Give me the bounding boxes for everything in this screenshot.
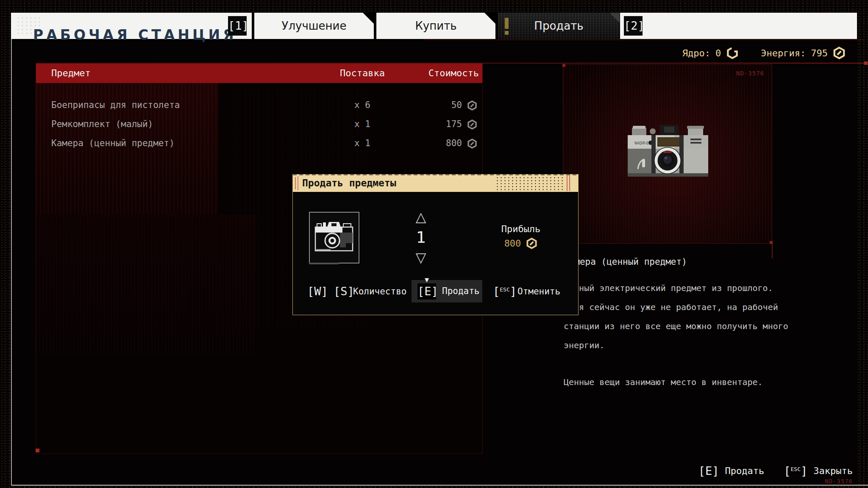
keycap-1: [1]	[228, 16, 247, 36]
workstation-screen: РАБОЧАЯ СТАНЦИЯ [1] Улучшение Купить Про…	[0, 0, 868, 488]
quantity-keys-label: Количество	[353, 281, 406, 302]
glitch-line	[295, 177, 296, 189]
modal-header: Продать предметы	[293, 175, 578, 192]
item-cost-cell: 800	[446, 134, 462, 153]
key-hint-esc: [ESC]	[784, 464, 807, 477]
table-row[interactable]: Боеприпасы для пистолетаx 650	[36, 96, 482, 115]
profit-value: 800	[504, 238, 521, 249]
item-title: Камера (ценный предмет)	[564, 257, 687, 267]
corner-accent	[770, 241, 773, 244]
serial-label: ND-3576	[736, 70, 764, 77]
core-value: 0	[715, 48, 721, 58]
energy-hexagon-icon	[467, 119, 477, 130]
title-block: РАБОЧАЯ СТАНЦИЯ [1]	[11, 13, 252, 39]
screen-footer: [E] Продать [ESC] Закрыть	[698, 463, 853, 479]
key-hint-s: [S]	[334, 281, 354, 302]
item-supply-cell: x 6	[324, 96, 401, 115]
column-supply: Поставка	[324, 64, 401, 83]
punchcard-decoration	[495, 176, 563, 190]
key-hint-e: [E]	[698, 464, 719, 477]
energy-hexagon-icon	[526, 238, 537, 249]
keycap-2: [2]	[624, 16, 643, 36]
core-hexagon-icon	[726, 47, 739, 59]
footer-close-button[interactable]: Закрыть	[813, 466, 853, 476]
top-bar: РАБОЧАЯ СТАНЦИЯ [1] Улучшение Купить Про…	[11, 13, 857, 39]
quantity-decrease-button[interactable]: ▽	[409, 250, 433, 265]
item-cost-cell: 175	[446, 115, 462, 134]
table-row[interactable]: Ремкомплект (малый)x 1175	[36, 115, 482, 134]
tab-upgrade[interactable]: Улучшение	[254, 13, 374, 39]
key-hint-e: [E]	[417, 283, 436, 299]
key-hint-esc: [ESC]	[493, 281, 517, 302]
bottom-frame-line	[11, 485, 868, 486]
tab-buy[interactable]: Купить	[376, 13, 495, 39]
column-cost: Стоимость	[428, 64, 479, 83]
modal-title: Продать предметы	[302, 175, 396, 192]
energy-value: 795	[811, 48, 828, 58]
camera-thumbnail-icon	[314, 221, 354, 253]
tab-sell-label: Продать	[534, 19, 583, 32]
alert-exclamation-icon	[505, 18, 509, 34]
footer-sell-button[interactable]: Продать	[725, 466, 765, 476]
topbar-right-segment	[620, 13, 857, 39]
glitch-line	[567, 175, 571, 191]
energy-hexagon-icon	[467, 139, 477, 149]
profit-block: Прибыль 800	[483, 224, 559, 249]
camera-item-image: NADIR-E	[623, 123, 712, 183]
item-supply-cell: x 1	[324, 134, 401, 153]
column-item: Предмет	[51, 64, 91, 83]
modal-sell-label: Продать	[442, 280, 480, 302]
item-note: Ценные вещи занимают место в инвентаре.	[564, 377, 763, 387]
profit-label: Прибыль	[483, 224, 559, 234]
panel-texture	[36, 214, 256, 354]
item-name-cell: Боеприпасы для пистолета	[51, 96, 180, 115]
item-preview-panel: ND-3576 NADIR-E	[563, 64, 772, 244]
table-row[interactable]: Камера (ценный предмет)x 1800	[36, 134, 482, 153]
cancel-button[interactable]: Отменить	[517, 281, 560, 302]
modal-sell-button[interactable]: ▼ [E] Продать	[412, 280, 482, 302]
selection-marker-icon: ▼	[423, 277, 431, 283]
item-name-cell: Ремкомплект (малый)	[51, 115, 153, 134]
item-supply-cell: x 1	[324, 115, 401, 134]
table-rows: Боеприпасы для пистолетаx 650 Ремкомплек…	[36, 96, 482, 153]
core-label: Ядро:	[682, 48, 710, 58]
key-hint-w: [W]	[307, 281, 328, 302]
item-thumbnail-box	[309, 212, 359, 263]
svg-text:NADIR-E: NADIR-E	[634, 141, 648, 145]
corner-accent	[562, 64, 565, 67]
currency-row: Ядро: 0 Энергия: 795	[682, 46, 846, 60]
item-name-cell: Камера (ценный предмет)	[51, 134, 175, 153]
corner-accent	[36, 449, 39, 452]
sell-modal: Продать предметы △ 1 ▽	[292, 174, 579, 315]
tab-sell[interactable]: Продать	[498, 13, 620, 39]
left-frame-line	[11, 39, 12, 485]
energy-label: Энергия:	[761, 48, 806, 58]
quantity-value: 1	[409, 225, 433, 250]
quantity-increase-button[interactable]: △	[409, 209, 433, 225]
glitch-line	[298, 176, 298, 190]
energy-hexagon-icon	[833, 47, 846, 59]
under-tab-red-line	[424, 39, 865, 40]
item-cost-cell: 50	[451, 96, 462, 115]
page-title: РАБОЧАЯ СТАНЦИЯ	[33, 22, 237, 48]
energy-hexagon-icon	[467, 100, 477, 111]
item-description: Ценный электрический предмет из прошлого…	[564, 279, 788, 355]
corner-accent	[772, 244, 773, 258]
serial-label: ND-3576	[825, 478, 853, 485]
table-header: Предмет Поставка Стоимость	[36, 64, 482, 83]
